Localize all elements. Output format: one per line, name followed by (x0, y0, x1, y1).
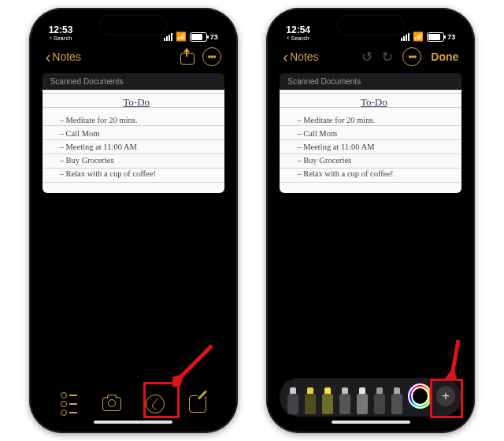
note-line: Relax with a cup of coffee! (60, 167, 213, 180)
tool-pen[interactable] (286, 387, 299, 414)
tool-highlighter[interactable] (321, 387, 334, 414)
scanned-document[interactable]: To-Do Meditate for 20 mins. Call Mom Mee… (43, 90, 224, 193)
back-button[interactable]: ‹ Notes (46, 48, 81, 66)
attachment-header: Scanned Documents (43, 73, 224, 90)
more-button[interactable]: ••• (402, 47, 421, 66)
status-time: 12:54 (286, 25, 310, 35)
annotation-arrow (172, 339, 220, 390)
note-line: Meditate for 20 mins. (297, 113, 450, 127)
more-button[interactable]: ••• (202, 47, 221, 66)
tool-eraser[interactable] (356, 387, 369, 414)
back-button[interactable]: ‹ Notes (283, 48, 318, 66)
checklist-button[interactable] (57, 393, 80, 415)
share-button[interactable] (180, 49, 193, 65)
dynamic-island (100, 16, 166, 35)
tool-marker[interactable] (303, 387, 317, 414)
note-line: Meeting at 11:00 AM (60, 140, 213, 154)
battery-label: 73 (210, 33, 218, 41)
highlight-box (430, 379, 463, 418)
note-line: Buy Groceries (60, 154, 213, 167)
cellular-icon (164, 33, 172, 41)
scanned-document[interactable]: To-Do Meditate for 20 mins. Call Mom Mee… (280, 90, 461, 193)
note-line: Call Mom (297, 127, 450, 140)
dynamic-island (338, 16, 404, 35)
done-button[interactable]: Done (431, 50, 458, 63)
phone-left: 12:53 Search 📶 73 ‹ Notes ••• Scanned Do… (29, 8, 238, 433)
status-breadcrumb[interactable]: Search (287, 35, 309, 42)
undo-button[interactable]: ↺ (361, 49, 372, 65)
wifi-icon: 📶 (176, 32, 187, 42)
tool-ruler[interactable] (391, 387, 404, 414)
nav-bar: ‹ Notes ••• (35, 43, 232, 70)
attachment-header: Scanned Documents (280, 73, 461, 90)
battery-icon (427, 32, 444, 42)
note-title: To-Do (297, 96, 450, 109)
status-time: 12:53 (49, 25, 73, 35)
note-line: Relax with a cup of coffee! (297, 167, 450, 180)
status-breadcrumb[interactable]: Search (50, 35, 72, 42)
redo-button[interactable]: ↺ (382, 49, 393, 65)
note-line: Meeting at 11:00 AM (297, 140, 450, 154)
cellular-icon (401, 33, 410, 41)
tool-lasso[interactable] (373, 387, 387, 414)
wifi-icon: 📶 (413, 32, 424, 42)
nav-bar: ‹ Notes ↺ ↺ ••• Done (272, 43, 469, 70)
back-label: Notes (52, 50, 81, 63)
note-line: Buy Groceries (297, 154, 450, 167)
battery-icon (190, 32, 207, 42)
note-title: To-Do (60, 96, 213, 109)
note-line: Call Mom (60, 127, 213, 140)
home-indicator[interactable] (332, 421, 410, 424)
chevron-left-icon: ‹ (283, 48, 288, 66)
svg-line-0 (179, 346, 212, 379)
camera-button[interactable] (101, 393, 123, 415)
svg-line-1 (452, 340, 458, 375)
chevron-left-icon: ‹ (46, 48, 51, 66)
note-line: Meditate for 20 mins. (60, 113, 213, 127)
annotation-arrow (436, 337, 468, 384)
tool-pencil[interactable] (339, 387, 352, 414)
phone-right: 12:54 Search 📶 73 ‹ Notes ↺ ↺ ••• Done (266, 8, 475, 433)
home-indicator[interactable] (94, 421, 172, 424)
color-well[interactable] (408, 384, 432, 409)
back-label: Notes (290, 50, 319, 63)
battery-label: 73 (447, 33, 455, 41)
compose-button[interactable] (187, 393, 209, 415)
